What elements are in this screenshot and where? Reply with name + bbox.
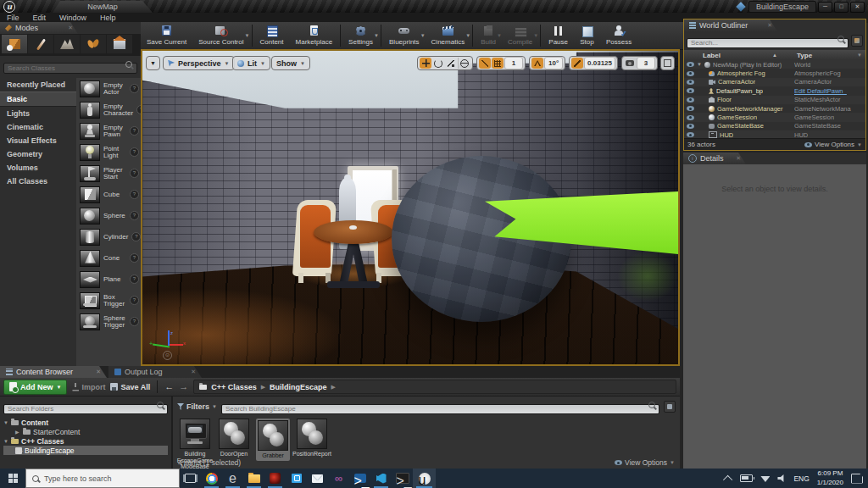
outliner-row-gamesession[interactable]: GameSessionGameSession — [684, 113, 865, 121]
close-icon[interactable]: ✕ — [736, 155, 741, 162]
rotation-snap-value[interactable]: 10° — [544, 57, 563, 69]
place-box-trigger[interactable]: Box Trigger? — [76, 290, 141, 311]
cb-view-options-button[interactable]: View Options ▼ — [615, 458, 675, 467]
visibility-eye-icon[interactable] — [687, 124, 694, 129]
mode-paint[interactable] — [28, 35, 53, 53]
breadcrumb-cpp-classes[interactable]: C++ Classes — [211, 383, 257, 391]
search-assets-input[interactable] — [221, 404, 659, 414]
taskbar-search[interactable]: Type here to search — [25, 469, 180, 488]
help-icon[interactable]: ? — [130, 169, 139, 178]
camera-mode-button[interactable]: Perspective▼ — [163, 56, 235, 70]
battery-icon[interactable] — [740, 474, 753, 482]
place-sphere-trigger[interactable]: Sphere Trigger? — [76, 311, 141, 332]
search-folders-input[interactable] — [3, 404, 168, 414]
visibility-eye-icon[interactable] — [687, 80, 694, 85]
mode-landscape[interactable] — [54, 35, 80, 53]
mode-foliage[interactable] — [81, 35, 106, 53]
build-button[interactable]: Build▼ — [475, 22, 502, 49]
language-indicator[interactable]: ENG — [793, 474, 809, 483]
menu-window[interactable]: Window — [59, 14, 86, 22]
taskbar-vscode[interactable] — [370, 469, 392, 488]
help-icon[interactable]: ? — [130, 274, 139, 284]
notifications-icon[interactable] — [851, 474, 863, 484]
category-lights[interactable]: Lights — [0, 107, 76, 120]
outliner-row-gamenetworkmanager[interactable]: GameNetworkManagerGameNetworkMana — [684, 104, 865, 113]
help-icon[interactable]: ? — [130, 253, 139, 263]
visibility-eye-icon[interactable] — [687, 62, 694, 67]
blueprints-button[interactable]: Blueprints▼ — [383, 22, 426, 49]
cinematics-button[interactable]: Cinematics▼ — [426, 22, 471, 49]
maximize-viewport-button[interactable] — [660, 56, 675, 70]
level-viewport[interactable]: ▼ Perspective▼ Lit▼ Show▼ — [141, 49, 680, 366]
close-icon[interactable]: ✕ — [68, 25, 73, 31]
outliner-row-newmap[interactable]: ▼NewMap (Play In Editor)World — [684, 60, 865, 69]
details-tab[interactable]: i Details✕ — [683, 152, 746, 164]
taskbar-powershell[interactable]: >_ — [349, 469, 370, 488]
output-log-tab[interactable]: Output Log✕ — [108, 366, 202, 378]
speaker-icon[interactable] — [777, 474, 786, 482]
close-icon[interactable]: ✕ — [767, 22, 772, 29]
close-icon[interactable]: ✕ — [191, 369, 196, 375]
scale-tool-button[interactable] — [445, 58, 457, 69]
scale-snap-value[interactable]: 0.03125 — [584, 57, 615, 69]
category-basic[interactable]: Basic — [0, 92, 76, 107]
place-sphere[interactable]: Sphere? — [76, 205, 141, 226]
close-button[interactable]: ✕ — [850, 2, 865, 13]
visibility-eye-icon[interactable] — [687, 132, 694, 137]
visibility-eye-icon[interactable] — [687, 88, 694, 93]
source-control-button[interactable]: Source Control▼ — [192, 22, 249, 49]
view-mode-button[interactable]: Lit▼ — [232, 56, 270, 70]
visibility-eye-icon[interactable] — [687, 71, 694, 76]
taskbar-app-red[interactable] — [264, 469, 286, 488]
settings-button[interactable]: Settings▼ — [342, 22, 379, 49]
filters-button[interactable]: Filters▼ — [177, 402, 217, 411]
hidden-icons-chevron[interactable] — [723, 474, 732, 484]
search-classes-input[interactable] — [3, 63, 137, 74]
camera-speed-icon[interactable] — [624, 58, 636, 69]
asset-positionreport[interactable]: PositionReport — [295, 419, 329, 458]
folder-cpp-classes[interactable]: ▼C++ Classes — [3, 436, 168, 446]
visibility-eye-icon[interactable] — [687, 106, 694, 111]
possess-button[interactable]: Possess — [600, 22, 637, 49]
clock[interactable]: 6:09 PM 1/1/2020 — [817, 469, 843, 487]
save-search-icon[interactable] — [664, 401, 676, 413]
category-recently-placed[interactable]: Recently Placed — [0, 78, 76, 92]
folder-startercontent[interactable]: ▶StarterContent — [3, 427, 168, 436]
place-cylinder[interactable]: Cylinder? — [76, 226, 141, 247]
minimize-button[interactable]: ─ — [818, 2, 832, 13]
expander-icon[interactable]: ▼ — [697, 62, 702, 67]
place-empty-pawn[interactable]: Empty Pawn? — [76, 120, 141, 141]
outliner-row-defaultpawn[interactable]: DefaultPawn_bpEdit DefaultPawn_ — [684, 86, 865, 95]
grid-snap-icon[interactable] — [492, 58, 504, 69]
taskbar-edge[interactable]: e — [222, 469, 243, 488]
outliner-row-cameraactor[interactable]: CameraActorCameraActor — [684, 78, 865, 86]
save-current-button[interactable]: Save Current — [141, 22, 192, 49]
surface-snap-icon[interactable] — [479, 58, 491, 69]
visibility-eye-icon[interactable] — [687, 97, 694, 103]
task-view-button[interactable] — [180, 469, 201, 488]
outliner-header[interactable]: Label ▲ Type ▼ — [684, 50, 865, 60]
category-geometry[interactable]: Geometry — [0, 147, 76, 161]
import-button[interactable]: Import — [72, 383, 105, 391]
category-visual-effects[interactable]: Visual Effects — [0, 134, 76, 147]
outliner-filter-icon[interactable] — [851, 35, 863, 47]
category-all-classes[interactable]: All Classes — [0, 175, 76, 188]
category-cinematic[interactable]: Cinematic — [0, 120, 76, 134]
back-button[interactable]: ← — [164, 382, 174, 391]
wifi-icon[interactable] — [760, 474, 770, 482]
close-icon[interactable]: ✕ — [96, 369, 101, 375]
move-tool-button[interactable] — [420, 58, 431, 69]
help-icon[interactable]: ? — [131, 232, 141, 241]
chevron-right-icon[interactable]: ▶ — [331, 384, 336, 391]
compile-button[interactable]: Compile▼ — [502, 22, 538, 49]
outliner-row-gamestatebase[interactable]: GameStateBaseGameStateBase — [684, 122, 865, 130]
document-tab[interactable]: NewMap — [53, 1, 153, 13]
outliner-row-atmospheric-fog[interactable]: Atmospheric FogAtmosphericFog — [684, 69, 865, 77]
edit-defaultpawn-link[interactable]: Edit DefaultPawn_ — [794, 87, 847, 95]
help-icon[interactable]: ? — [130, 147, 139, 157]
asset-grabber-selected[interactable]: Grabber — [256, 419, 290, 461]
category-volumes[interactable]: Volumes — [0, 161, 76, 175]
help-icon[interactable]: ? — [130, 190, 139, 199]
taskbar-unreal-active[interactable]: u — [413, 469, 436, 488]
place-cone[interactable]: Cone? — [76, 247, 141, 269]
